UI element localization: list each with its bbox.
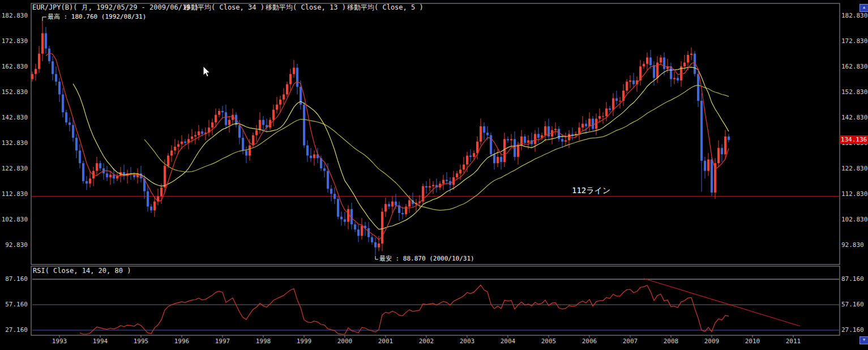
- year-label: 2001: [374, 338, 397, 345]
- down-candles: [45, 27, 730, 255]
- year-label: 2002: [415, 338, 438, 345]
- price-axis-left-label: 172.830: [1, 37, 28, 45]
- rsi-axis-right-label: 57.160: [841, 301, 868, 308]
- symbol-title: EUR/JPY(B)( 月, 1992/05/29 - 2009/06/19 ): [32, 4, 199, 11]
- year-label: 1999: [293, 338, 315, 345]
- rsi-axis-right-label: 27.160: [841, 326, 868, 334]
- year-label: 2005: [537, 338, 560, 345]
- price-axis-right-label: 182.830: [841, 12, 868, 19]
- price-pane-border: [31, 3, 840, 264]
- rsi-axis-left-label: 87.160: [1, 275, 28, 283]
- price-axis-left-label: 152.830: [1, 88, 28, 96]
- price-axis-right-label: 122.830: [841, 165, 868, 172]
- price-axis-right-label: 162.830: [841, 63, 868, 70]
- high-annotation: 最高 : 180.760 (1992/08/31): [48, 13, 146, 20]
- year-label: 2003: [456, 338, 478, 345]
- mouse-cursor: [203, 66, 212, 78]
- year-label: 1997: [211, 338, 234, 345]
- rsi-line: [80, 285, 729, 334]
- rsi-axis-left-label: 27.160: [1, 326, 28, 334]
- year-label: 1993: [48, 338, 71, 345]
- rsi-axis-left-label: 57.160: [1, 301, 28, 308]
- price-axis-right-label: 112.830: [841, 190, 868, 198]
- year-label: 2004: [497, 338, 519, 345]
- year-label: 2011: [782, 338, 805, 345]
- year-label: 2009: [700, 338, 723, 345]
- price-axis-left-label: 92.830: [1, 241, 28, 249]
- rsi-axis-right-label: 87.160: [841, 275, 868, 283]
- ma5-label: 移動平均( Close, 5 ): [347, 4, 424, 11]
- ma13-label: 移動平均( Close, 13 ): [266, 4, 346, 11]
- price-axis-left-label: 122.830: [1, 165, 28, 172]
- rsi-trendline[interactable]: [644, 279, 800, 326]
- price-axis-left-label: 162.830: [1, 63, 28, 70]
- price-axis-right-label: 142.830: [841, 114, 868, 121]
- hline-112-label: 112ライン: [572, 187, 610, 194]
- year-label: 1998: [252, 338, 275, 345]
- rsi-title: RSI( Close, 14, 20, 80 ): [33, 267, 131, 275]
- year-label: 2007: [619, 338, 642, 345]
- price-axis-left-label: 112.830: [1, 190, 28, 198]
- price-axis-left-label: 142.830: [1, 114, 28, 121]
- rsi-pane-border: [31, 266, 840, 335]
- year-label: 1995: [130, 338, 152, 345]
- year-label: 2008: [660, 338, 682, 345]
- ma5-line: [46, 53, 729, 240]
- low-annotation: 最安 : 88.870 (2000/10/31): [379, 255, 474, 262]
- price-axis-right-label: 92.830: [841, 241, 868, 249]
- year-label: 1996: [170, 338, 193, 345]
- up-candles: [31, 21, 726, 251]
- current-price-tag: 134.136: [840, 135, 868, 144]
- scroll-down-button[interactable]: ▼: [860, 336, 868, 344]
- year-label: 2010: [741, 338, 764, 345]
- price-axis-left-label: 132.830: [1, 139, 28, 147]
- price-axis-right-label: 152.830: [841, 88, 868, 96]
- year-label: 2006: [578, 338, 601, 345]
- price-axis-left-label: 102.830: [1, 216, 28, 223]
- price-axis-left-label: 182.830: [1, 12, 28, 19]
- low-marker: [375, 256, 378, 259]
- price-axis-right-label: 172.830: [841, 37, 868, 45]
- scroll-up-button[interactable]: ▲: [860, 4, 868, 12]
- price-axis-right-label: 102.830: [841, 216, 868, 223]
- year-label: 1994: [89, 338, 112, 345]
- year-label: 2000: [333, 338, 356, 345]
- chart-canvas[interactable]: [0, 0, 868, 350]
- high-marker: [42, 17, 46, 21]
- chart-window: EUR/JPY(B)( 月, 1992/05/29 - 2009/06/19 )…: [0, 0, 868, 350]
- ma34-label: 移動平均( Close, 34 ): [184, 4, 264, 11]
